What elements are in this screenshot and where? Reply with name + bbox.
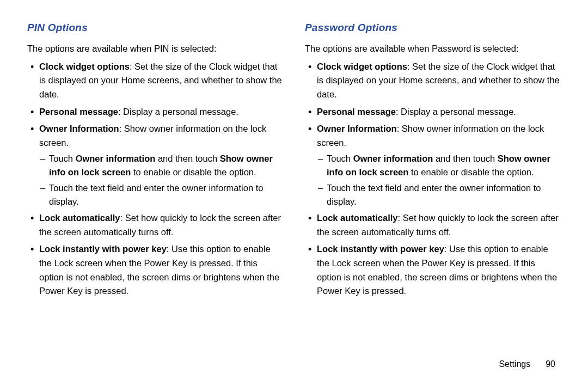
sub-plain: Touch the text field and enter the owner…: [49, 183, 264, 206]
item-lead: Clock widget options: [39, 62, 130, 71]
intro-text: The options are available when PIN is se…: [27, 42, 283, 56]
sub-post: to enable or disable the option.: [131, 167, 256, 177]
sub-bold: Owner information: [353, 154, 433, 163]
right-column: Password Options The options are availab…: [305, 22, 561, 302]
section-heading-password: Password Options: [305, 22, 561, 34]
item-lead: Clock widget options: [317, 62, 407, 71]
sub-bold: Owner information: [76, 154, 156, 163]
page-footer: Settings90: [499, 359, 555, 369]
list-item: Lock automatically: Set how quickly to l…: [317, 211, 561, 239]
left-column: PIN Options The options are available wh…: [27, 22, 283, 302]
item-lead: Lock automatically: [39, 213, 120, 223]
sub-pre: Touch: [49, 154, 76, 163]
sub-item: Touch Owner information and then touch S…: [327, 152, 561, 179]
item-lead: Lock automatically: [317, 213, 398, 223]
sub-mid: and then touch: [433, 154, 497, 163]
sub-post: to enable or disable the option.: [408, 167, 534, 177]
sub-pre: Touch: [327, 154, 353, 163]
bullet-list: Clock widget options: Set the size of th…: [27, 60, 283, 298]
sub-plain: Touch the text field and enter the owner…: [327, 183, 541, 206]
list-item: Lock automatically: Set how quickly to l…: [39, 211, 283, 239]
item-rest: : Display a personal message.: [118, 107, 238, 117]
sub-item: Touch the text field and enter the owner…: [49, 181, 283, 209]
sub-list: Touch Owner information and then touch S…: [39, 152, 283, 208]
sub-mid: and then touch: [155, 154, 219, 163]
list-item: Lock instantly with power key: Use this …: [317, 242, 561, 298]
sub-item: Touch Owner information and then touch S…: [49, 152, 283, 179]
item-lead: Personal message: [317, 107, 396, 117]
two-column-layout: PIN Options The options are available wh…: [27, 22, 561, 302]
item-rest: : Display a personal message.: [396, 107, 516, 117]
list-item: Personal message: Display a personal mes…: [39, 105, 283, 119]
sub-item: Touch the text field and enter the owner…: [327, 181, 561, 209]
section-heading-pin: PIN Options: [27, 22, 283, 34]
list-item: Owner Information: Show owner informatio…: [39, 122, 283, 208]
list-item: Clock widget options: Set the size of th…: [317, 60, 561, 102]
item-lead: Lock instantly with power key: [317, 244, 444, 254]
footer-page: 90: [546, 359, 555, 369]
list-item: Personal message: Display a personal mes…: [317, 105, 561, 119]
list-item: Owner Information: Show owner informatio…: [317, 122, 561, 208]
item-lead: Personal message: [39, 107, 118, 117]
item-lead: Owner Information: [317, 124, 397, 133]
list-item: Clock widget options: Set the size of th…: [39, 60, 283, 102]
item-lead: Owner Information: [39, 124, 119, 133]
intro-text: The options are available when Password …: [305, 42, 561, 56]
bullet-list: Clock widget options: Set the size of th…: [305, 60, 561, 298]
list-item: Lock instantly with power key: Use this …: [39, 242, 283, 298]
sub-list: Touch Owner information and then touch S…: [317, 152, 561, 208]
item-lead: Lock instantly with power key: [39, 244, 167, 254]
footer-section: Settings: [499, 359, 530, 369]
